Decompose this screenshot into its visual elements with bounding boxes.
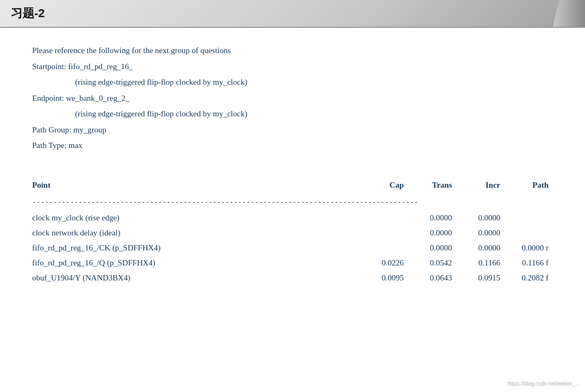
watermark: https://blog.csdn.net/weixin_... (508, 381, 580, 387)
cell-trans: 0.0643 (408, 271, 456, 284)
cell-trans: 0.0000 (408, 226, 456, 239)
cell-incr: 0.1166 (456, 256, 505, 269)
table-divider: ----------------------------------------… (32, 196, 553, 208)
table-row: fifo_rd_pd_reg_16_/Q (p_SDFFHX4) 0.0226 … (32, 255, 553, 270)
cell-cap: 0.0226 (360, 256, 408, 269)
page-title: 习题-2 (11, 5, 45, 21)
cell-path: 0.1166 f (505, 256, 553, 269)
cell-trans: 0.0000 (408, 241, 456, 254)
cell-cap: 0.0095 (360, 271, 408, 284)
path-group: Path Group: my_group (32, 123, 553, 137)
cell-path (505, 211, 553, 224)
table-row: fifo_rd_pd_reg_16_/CK (p_SDFFHX4) 0.0000… (32, 240, 553, 255)
startpoint-detail: (rising edge-triggered flip-flop clocked… (32, 76, 553, 90)
cell-point: fifo_rd_pd_reg_16_/CK (p_SDFFHX4) (32, 241, 360, 254)
cell-path (505, 226, 553, 239)
cell-cap (360, 226, 408, 239)
col-header-path: Path (505, 179, 553, 193)
table-row: obuf_U1904/Y (NAND3BX4) 0.0095 0.0643 0.… (32, 270, 553, 285)
cell-incr: 0.0000 (456, 241, 505, 254)
header-bar: 习题-2 (0, 0, 585, 28)
cell-cap (360, 241, 408, 254)
cell-trans: 0.0000 (408, 211, 456, 224)
cell-point: clock my_clock (rise edge) (32, 211, 360, 224)
main-content: Please reference the following for the n… (0, 28, 585, 296)
cell-path: 0.0000 r (505, 241, 553, 254)
table-row: clock network delay (ideal) 0.0000 0.000… (32, 225, 553, 240)
endpoint-detail: (rising edge-triggered flip-flop clocked… (32, 107, 553, 121)
cell-incr: 0.0000 (456, 226, 505, 239)
path-type: Path Type: max (32, 139, 553, 153)
timing-table: Point Cap Trans Incr Path --------------… (32, 176, 553, 286)
table-header: Point Cap Trans Incr Path (32, 176, 553, 195)
cell-point: fifo_rd_pd_reg_16_/Q (p_SDFFHX4) (32, 256, 360, 269)
cell-path: 0.2082 f (505, 271, 553, 284)
cell-incr: 0.0000 (456, 211, 505, 224)
cell-point: clock network delay (ideal) (32, 226, 360, 239)
endpoint-label: Endpoint: we_bank_0_reg_2_ (32, 92, 553, 106)
cell-point: obuf_U1904/Y (NAND3BX4) (32, 271, 360, 284)
intro-line: Please reference the following for the n… (32, 44, 553, 58)
table-row: clock my_clock (rise edge) 0.0000 0.0000 (32, 210, 553, 225)
col-header-cap: Cap (360, 179, 408, 193)
cell-cap (360, 211, 408, 224)
cell-incr: 0.0915 (456, 271, 505, 284)
col-header-trans: Trans (408, 179, 456, 193)
cell-trans: 0.0542 (408, 256, 456, 269)
col-header-incr: Incr (456, 179, 505, 193)
startpoint-label: Startpoint: fifo_rd_pd_reg_16_ (32, 60, 553, 74)
table-body: clock my_clock (rise edge) 0.0000 0.0000… (32, 210, 553, 285)
col-header-point: Point (32, 179, 360, 193)
